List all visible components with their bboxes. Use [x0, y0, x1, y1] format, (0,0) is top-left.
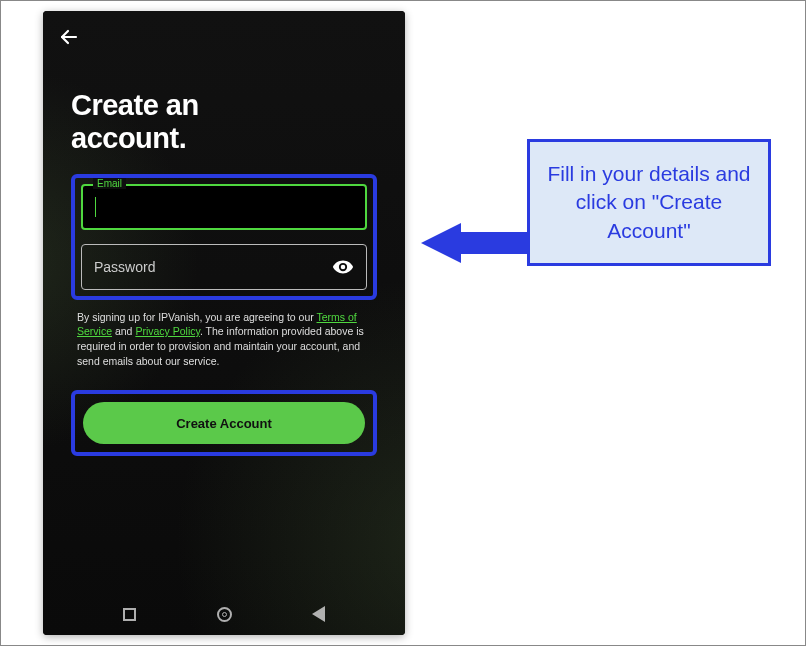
- legal-text: By signing up for IPVanish, you are agre…: [71, 310, 377, 369]
- arrow-shaft: [459, 232, 531, 254]
- button-highlight: Create Account: [71, 390, 377, 456]
- phone-screen: Create an account. Email Password By sig…: [43, 11, 405, 635]
- recent-apps-icon[interactable]: [123, 608, 136, 621]
- signup-form: Create an account. Email Password By sig…: [71, 89, 377, 456]
- password-field[interactable]: Password: [81, 244, 367, 290]
- legal-prefix: By signing up for IPVanish, you are agre…: [77, 311, 317, 323]
- arrow-head-icon: [421, 223, 461, 263]
- create-account-button[interactable]: Create Account: [83, 402, 365, 444]
- android-nav-bar: [43, 593, 405, 635]
- back-nav-icon[interactable]: [312, 606, 325, 622]
- email-input[interactable]: [96, 199, 353, 215]
- home-icon[interactable]: [217, 607, 232, 622]
- email-field[interactable]: Email: [81, 184, 367, 230]
- back-icon[interactable]: [57, 25, 81, 49]
- show-password-icon[interactable]: [332, 256, 354, 278]
- fields-highlight: Email Password: [71, 174, 377, 300]
- legal-and: and: [112, 325, 135, 337]
- email-label: Email: [93, 178, 126, 189]
- password-placeholder: Password: [94, 259, 332, 275]
- instruction-callout: Fill in your details and click on "Creat…: [527, 139, 771, 266]
- callout-arrow: [421, 223, 531, 263]
- page-title: Create an account.: [71, 89, 291, 156]
- privacy-policy-link[interactable]: Privacy Policy: [135, 325, 200, 337]
